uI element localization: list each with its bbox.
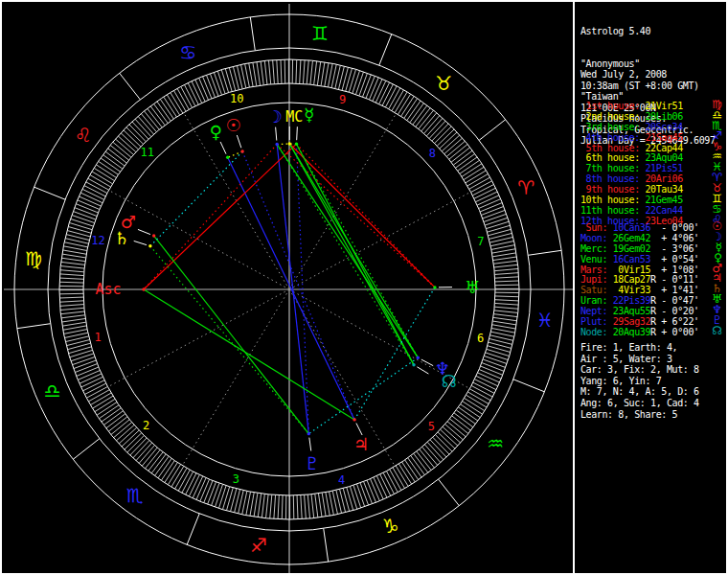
degree-tick <box>71 354 94 361</box>
degree-tick <box>61 318 85 322</box>
degree-tick <box>486 353 509 360</box>
degree-tick <box>355 72 363 95</box>
degree-tick <box>262 494 264 518</box>
planet-position-value: 16Can53 <box>607 254 650 264</box>
aspect-line-mc-node <box>289 144 414 365</box>
velocity-offset: + 0°54' <box>656 254 699 264</box>
degree-tick <box>222 487 229 510</box>
degree-tick <box>486 221 509 228</box>
house-label: 4th house: <box>580 132 640 143</box>
planet-pointer-mercury <box>297 126 298 140</box>
sign-glyph-aquarius: ♒ <box>487 432 504 455</box>
degree-tick <box>59 301 83 302</box>
velocity-offset: - 0°11' <box>656 274 699 285</box>
degree-tick <box>494 310 518 313</box>
house-label: 6th house: <box>580 152 640 163</box>
planet-dot-jupiter <box>353 418 355 421</box>
degree-tick <box>494 307 518 309</box>
degree-tick <box>479 199 501 209</box>
degree-tick <box>249 63 253 87</box>
degree-tick <box>214 72 221 95</box>
house-cusp-value: 20Tau34 <box>640 184 683 195</box>
degree-tick <box>221 70 228 93</box>
sign-glyph-pisces: ♓ <box>536 309 554 332</box>
app-title: Astrolog 5.40 <box>580 26 726 37</box>
degree-tick <box>495 296 519 297</box>
planet-pointer-mars <box>138 229 150 234</box>
degree-tick <box>257 61 261 85</box>
ascendant-dot <box>142 288 145 290</box>
sign-glyph-libra: ♎ <box>44 380 61 402</box>
degree-tick <box>80 374 102 383</box>
degree-tick <box>245 64 250 88</box>
degree-tick <box>328 63 332 87</box>
degree-tick <box>281 59 282 83</box>
planet-label: Plut: <box>580 316 607 327</box>
degree-tick <box>60 305 84 307</box>
stats-line: Air : 5, Water: 3 <box>580 354 726 365</box>
degree-tick <box>485 218 508 225</box>
degree-tick <box>203 77 212 99</box>
header-line: Wed July 2, 2008 <box>580 69 726 80</box>
planet-glyph-uranus: ♅ <box>465 277 480 297</box>
house-cusp-value: 22Can44 <box>640 205 683 216</box>
planet-dot-venus <box>226 156 229 159</box>
degree-tick <box>495 281 519 282</box>
degree-tick <box>76 204 98 213</box>
house-cusp-value: 23Aqu04 <box>640 152 683 163</box>
planet-label: Jupi: <box>580 274 607 285</box>
degree-tick <box>482 206 504 215</box>
degree-tick <box>491 245 515 250</box>
aspect-line-moon-mc <box>277 144 289 145</box>
degree-tick <box>210 74 218 96</box>
degree-tick <box>61 315 85 318</box>
house-number-10: 10 <box>230 92 243 105</box>
degree-tick <box>305 494 307 518</box>
degree-tick <box>482 363 504 372</box>
degree-tick <box>325 63 329 87</box>
degree-tick <box>311 494 314 518</box>
planet-glyph-moon: ☽ <box>267 106 283 126</box>
aspect-line-mercury-asc <box>144 144 296 289</box>
sign-glyph-capricorn: ♑ <box>382 515 399 538</box>
degree-tick <box>477 196 499 205</box>
house-label: 9th house: <box>580 184 640 195</box>
astrolog-window: ♈♉♊♋♌♍♎♏♐♑♒♓123456789101112☉☽☿♀♂♃♄♅♆♇☊MC… <box>0 0 728 575</box>
header-line: "Anonymous" <box>580 58 726 70</box>
degree-tick <box>481 366 503 375</box>
sign-boundary-spoke <box>513 380 544 392</box>
degree-tick <box>258 494 261 518</box>
planet-position-value: 20Aqu39 <box>607 327 650 337</box>
sign-boundary-spoke <box>479 120 506 141</box>
degree-tick <box>492 249 516 253</box>
degree-tick <box>326 493 330 517</box>
degree-tick <box>60 274 84 276</box>
house-number-1: 1 <box>95 331 102 344</box>
degree-tick <box>297 495 298 519</box>
degree-tick <box>61 258 85 261</box>
degree-tick <box>254 493 258 517</box>
header-line: 10:38am (ST +8:00 GMT) <box>580 80 726 92</box>
degree-tick <box>72 357 95 365</box>
planet-pointer-pluto <box>309 438 311 451</box>
degree-tick <box>488 346 511 353</box>
planet-label: Sun: <box>580 222 607 233</box>
sign-glyph-taurus: ♉ <box>435 72 452 95</box>
aspect-line-jupiter-uranus <box>354 288 435 420</box>
degree-tick <box>483 359 506 367</box>
planet-dot-node <box>412 363 415 366</box>
degree-tick <box>495 303 519 305</box>
planet-label: Uran: <box>580 295 607 306</box>
house-cusp-value: 20Lib06 <box>640 111 683 122</box>
degree-tick <box>493 257 517 261</box>
degree-tick <box>62 254 86 258</box>
planet-pointer-neptune <box>421 359 433 366</box>
planet-position-value: 29Sag32 <box>607 316 650 327</box>
planet-pointer-saturn <box>134 241 147 244</box>
degree-tick <box>484 356 507 363</box>
aspect-line-moon-neptune <box>277 145 418 358</box>
planet-position-value: 22Pis39 <box>607 295 650 306</box>
house-cusp-list: 1st house: 21Vir51♍ 2nd house: 20Lib06♎ … <box>580 102 726 227</box>
degree-tick <box>71 218 94 226</box>
degree-tick <box>192 81 202 104</box>
